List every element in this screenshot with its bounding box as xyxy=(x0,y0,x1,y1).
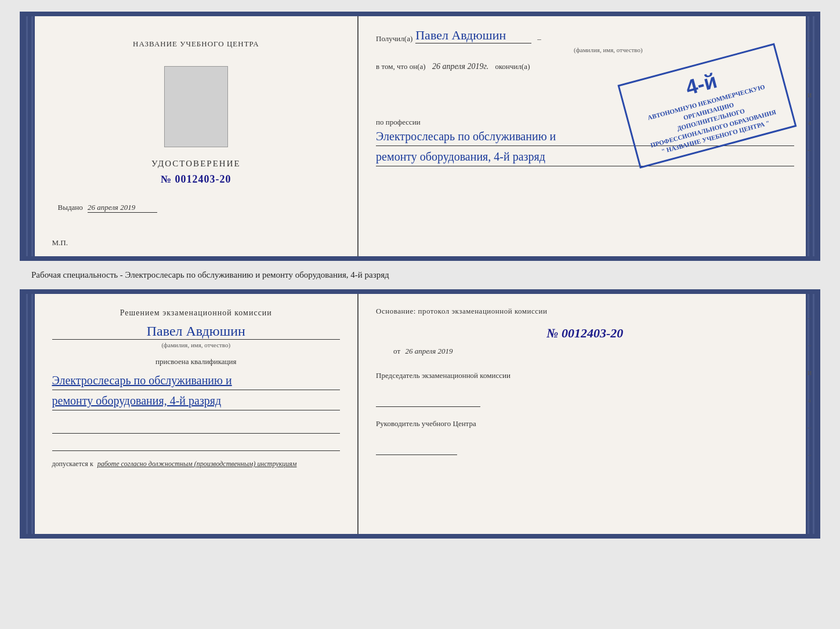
profession-label: по профессии xyxy=(376,118,421,126)
bottom-right-panel: Основание: протокол экзаменационной коми… xyxy=(359,294,805,534)
finished-label: окончил(а) xyxy=(495,62,530,71)
spine-top xyxy=(24,16,35,256)
signature-lines xyxy=(52,419,341,451)
chairman-sig-line xyxy=(376,395,480,407)
spine-top-bottom xyxy=(24,294,35,534)
cert-number: № 0012403-20 xyxy=(161,173,231,186)
commission-title: Решением экзаменационной комиссии xyxy=(52,308,341,318)
issued-label: Выдано xyxy=(58,203,83,212)
mp-label: М.П. xyxy=(52,238,68,248)
received-line: Получил(а) Павел Авдюшин – xyxy=(376,28,794,43)
top-right-panel: Получил(а) Павел Авдюшин – (фамилия, имя… xyxy=(359,16,805,256)
person-name-top: Павел Авдюшин xyxy=(415,28,531,43)
from-label: от xyxy=(393,347,400,355)
qual-line2: ремонту оборудования, 4-й разряд xyxy=(52,391,341,410)
middle-text: Рабочая специальность - Электрослесарь п… xyxy=(20,267,820,283)
sig-line-1 xyxy=(52,419,341,434)
allowed-prefix: допускается к xyxy=(52,460,93,468)
sig-line-2 xyxy=(52,437,341,451)
issued-line: Выдано 26 апреля 2019 xyxy=(58,203,158,213)
basis-title: Основание: протокол экзаменационной коми… xyxy=(376,306,794,317)
right-edge-bottom: – – И а ← – – – xyxy=(806,294,814,534)
top-left-panel: НАЗВАНИЕ УЧЕБНОГО ЦЕНТРА УДОСТОВЕРЕНИЕ №… xyxy=(35,16,359,256)
qual-lines: Электрослесарь по обслуживанию и ремонту… xyxy=(52,371,341,410)
chairman-section: Председатель экзаменационной комиссии xyxy=(376,370,794,407)
top-left-title: НАЗВАНИЕ УЧЕБНОГО ЦЕНТРА xyxy=(133,39,259,49)
date-value: 26 апреля 2019г. xyxy=(432,62,488,71)
from-date: от 26 апреля 2019 xyxy=(393,347,794,356)
director-title: Руководитель учебного Центра xyxy=(376,419,794,429)
dash1: – xyxy=(537,34,541,43)
name-subtitle-bottom: (фамилия, имя, отчество) xyxy=(52,341,341,348)
qual-line1: Электрослесарь по обслуживанию и xyxy=(52,371,341,390)
date-label: в том, что он(а) xyxy=(376,62,426,71)
director-section: Руководитель учебного Центра xyxy=(376,419,794,455)
bottom-document: Решением экзаменационной комиссии Павел … xyxy=(20,289,820,539)
bottom-left-panel: Решением экзаменационной комиссии Павел … xyxy=(35,294,359,534)
received-label: Получил(а) xyxy=(376,34,412,43)
person-name-bottom: Павел Авдюшин xyxy=(52,323,341,340)
from-date-value: 26 апреля 2019 xyxy=(405,347,452,355)
director-sig-line xyxy=(376,443,457,455)
allowed-value: работе согласно должностным (производств… xyxy=(97,460,297,468)
right-edge-top: – – И а ← – – – xyxy=(806,16,814,256)
assigned-qual: присвоена квалификация xyxy=(52,357,341,366)
cert-title: УДОСТОВЕРЕНИЕ xyxy=(151,159,241,169)
allowed-text: допускается к работе согласно должностны… xyxy=(52,460,341,468)
photo-placeholder xyxy=(164,66,228,147)
profession-line2: ремонту оборудования, 4-й разряд xyxy=(376,147,794,166)
issued-date: 26 апреля 2019 xyxy=(88,203,157,213)
page-wrapper: НАЗВАНИЕ УЧЕБНОГО ЦЕНТРА УДОСТОВЕРЕНИЕ №… xyxy=(12,12,828,539)
chairman-title: Председатель экзаменационной комиссии xyxy=(376,370,794,381)
top-document: НАЗВАНИЕ УЧЕБНОГО ЦЕНТРА УДОСТОВЕРЕНИЕ №… xyxy=(20,12,820,261)
protocol-number: № 0012403-20 xyxy=(376,326,794,341)
